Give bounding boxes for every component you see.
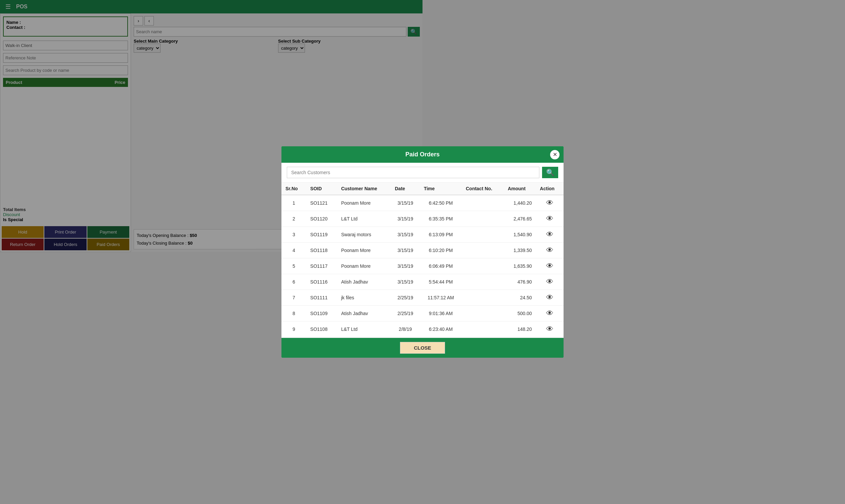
- cell-sr: 1: [281, 195, 306, 211]
- cell-time: 6:10:20 PM: [420, 242, 422, 252]
- col-customer: Customer Name: [337, 182, 391, 195]
- cell-soid: SO1118: [306, 242, 337, 252]
- modal-table: Sr.No SOID Customer Name Date Time Conta…: [281, 182, 422, 252]
- table-row: 4 SO1118 Poonam More 3/15/19 6:10:20 PM …: [281, 242, 422, 252]
- col-sr: Sr.No: [281, 182, 306, 195]
- cell-sr: 3: [281, 227, 306, 242]
- modal-title: Paid Orders: [406, 151, 422, 158]
- col-date: Date: [391, 182, 420, 195]
- cell-soid: SO1120: [306, 211, 337, 227]
- modal-overlay: Paid Orders ✕ 🔍 Sr.No SOID Customer Name: [0, 0, 422, 252]
- cell-time: 6:42:50 PM: [420, 195, 422, 211]
- table-header-row: Sr.No SOID Customer Name Date Time Conta…: [281, 182, 422, 195]
- table-row: 3 SO1119 Swaraj motors 3/15/19 6:13:09 P…: [281, 227, 422, 242]
- cell-customer: Poonam More: [337, 195, 391, 211]
- cell-time: 6:35:35 PM: [420, 211, 422, 227]
- cell-date: 3/15/19: [391, 195, 420, 211]
- paid-orders-modal: Paid Orders ✕ 🔍 Sr.No SOID Customer Name: [281, 146, 422, 252]
- modal-header: Paid Orders ✕: [281, 146, 422, 163]
- orders-table: Sr.No SOID Customer Name Date Time Conta…: [281, 182, 422, 252]
- col-soid: SOID: [306, 182, 337, 195]
- cell-soid: SO1121: [306, 195, 337, 211]
- cell-customer: Swaraj motors: [337, 227, 391, 242]
- cell-customer: Poonam More: [337, 242, 391, 252]
- table-row: 2 SO1120 L&T Ltd 3/15/19 6:35:35 PM 2,47…: [281, 211, 422, 227]
- cell-time: 6:13:09 PM: [420, 227, 422, 242]
- table-row: 1 SO1121 Poonam More 3/15/19 6:42:50 PM …: [281, 195, 422, 211]
- col-time: Time: [420, 182, 422, 195]
- cell-sr: 2: [281, 211, 306, 227]
- modal-search-row: 🔍: [281, 163, 422, 182]
- cell-sr: 4: [281, 242, 306, 252]
- cell-date: 3/15/19: [391, 227, 420, 242]
- cell-date: 3/15/19: [391, 211, 420, 227]
- cell-customer: L&T Ltd: [337, 211, 391, 227]
- cell-soid: SO1119: [306, 227, 337, 242]
- cell-date: 3/15/19: [391, 242, 420, 252]
- modal-search-input[interactable]: [287, 167, 422, 178]
